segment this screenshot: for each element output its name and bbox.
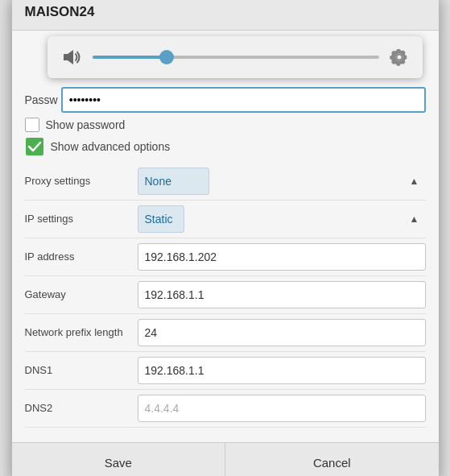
- dialog-title: MAISON24: [12, 0, 439, 31]
- dns2-input[interactable]: [138, 395, 426, 422]
- proxy-settings-arrow: ▲: [410, 176, 419, 187]
- dns2-row: DNS2: [25, 390, 426, 428]
- password-label: Passw: [25, 93, 58, 106]
- ip-settings-select-wrapper: DHCP Static ▲: [138, 205, 426, 233]
- button-row: Save Cancel: [12, 442, 439, 476]
- volume-icon: [59, 44, 85, 70]
- dns2-label: DNS2: [25, 402, 138, 416]
- title-text: MAISON24: [25, 4, 95, 19]
- network-prefix-row: Network prefix length: [25, 314, 426, 352]
- password-row: Passw: [25, 87, 426, 113]
- ip-address-label: IP address: [25, 250, 138, 264]
- network-prefix-label: Network prefix length: [25, 326, 138, 340]
- gateway-row: Gateway: [25, 276, 426, 314]
- ip-settings-select[interactable]: DHCP Static: [138, 205, 184, 233]
- volume-slider-thumb: [159, 50, 174, 64]
- save-button[interactable]: Save: [12, 443, 226, 476]
- show-password-checkbox[interactable]: [25, 118, 39, 132]
- network-prefix-input[interactable]: [138, 319, 426, 346]
- dns1-label: DNS1: [25, 364, 138, 378]
- gateway-input[interactable]: [138, 281, 426, 308]
- proxy-settings-row: Proxy settings None Manual Auto-config ▲: [25, 163, 426, 201]
- proxy-settings-select-wrapper: None Manual Auto-config ▲: [138, 168, 426, 195]
- show-advanced-row: Show advanced options: [25, 137, 426, 156]
- cancel-button[interactable]: Cancel: [225, 443, 439, 476]
- show-password-row: Show password: [25, 118, 426, 132]
- gear-icon[interactable]: [387, 45, 411, 69]
- show-advanced-checkbox[interactable]: [25, 137, 44, 156]
- dialog: MAISON24 Passw: [12, 0, 439, 476]
- ip-settings-row: IP settings DHCP Static ▲: [25, 201, 426, 238]
- dns1-row: DNS1: [25, 352, 426, 390]
- volume-slider-track[interactable]: [93, 56, 379, 59]
- ip-address-row: IP address: [25, 238, 426, 276]
- gateway-label: Gateway: [25, 288, 138, 302]
- show-password-label: Show password: [46, 118, 126, 131]
- proxy-settings-select[interactable]: None Manual Auto-config: [138, 168, 209, 195]
- ip-address-input[interactable]: [138, 243, 426, 271]
- proxy-settings-label: Proxy settings: [25, 175, 138, 188]
- ip-settings-label: IP settings: [25, 213, 138, 226]
- svg-marker-0: [64, 50, 73, 64]
- dialog-content: Passw Show password Show advanced option…: [12, 31, 439, 436]
- dns1-input[interactable]: [138, 357, 426, 384]
- volume-popup: [47, 36, 423, 78]
- ip-settings-arrow: ▲: [410, 213, 419, 225]
- show-advanced-label: Show advanced options: [51, 140, 171, 153]
- password-input[interactable]: [61, 87, 426, 113]
- form-section: Proxy settings None Manual Auto-config ▲…: [25, 163, 426, 428]
